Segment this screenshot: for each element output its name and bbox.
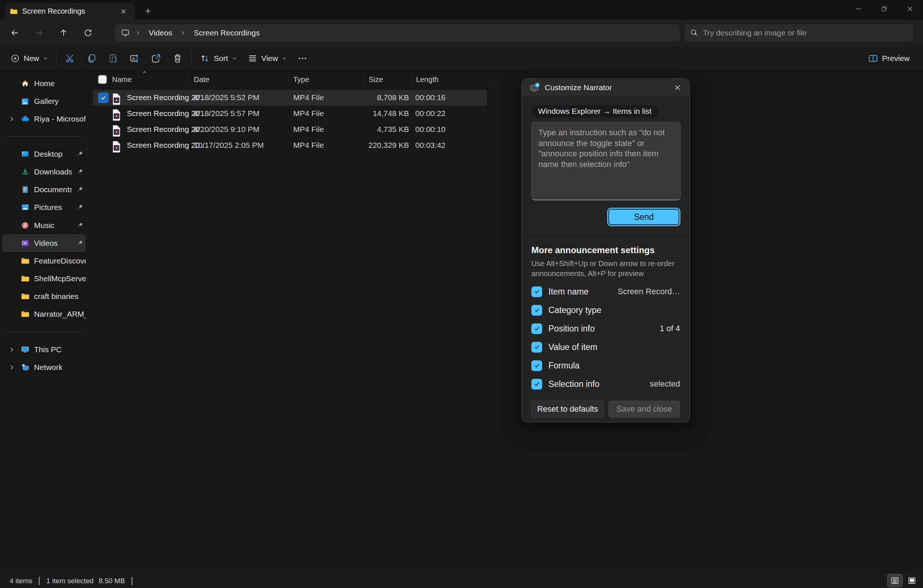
desktop-icon <box>19 150 31 159</box>
file-size: 4,735 KB <box>330 125 409 134</box>
setting-row-position-info[interactable]: Position info 1 of 4 <box>531 319 680 338</box>
file-row[interactable]: Screen Recording 20… 8/18/2025 5:52 PM M… <box>93 90 487 106</box>
refresh-icon[interactable] <box>79 23 98 43</box>
chevron-right-icon[interactable] <box>7 347 16 352</box>
large-icons-view-icon[interactable] <box>905 574 919 587</box>
file-length: 00:03:42 <box>415 141 446 150</box>
column-header-length[interactable]: Length <box>416 75 439 84</box>
setting-row-formula[interactable]: Formula <box>531 356 680 375</box>
sidebar-item-this-pc[interactable]: This PC <box>2 341 86 359</box>
mp4-file-icon <box>112 93 121 105</box>
search-input[interactable] <box>703 28 908 37</box>
chevron-right-icon[interactable] <box>7 116 16 122</box>
setting-row-item-name[interactable]: Item name Screen Record… <box>531 282 680 301</box>
search-box[interactable] <box>685 25 913 41</box>
delete-button[interactable] <box>167 49 188 68</box>
network-icon <box>19 363 31 372</box>
column-header-name[interactable]: Name <box>112 75 131 84</box>
instruction-input[interactable] <box>531 122 681 200</box>
cut-button[interactable] <box>59 49 81 68</box>
more-options-button[interactable] <box>292 49 313 68</box>
checkbox-checked[interactable] <box>531 323 542 334</box>
chevron-right-icon <box>181 30 186 36</box>
setting-row-category-type[interactable]: Category type <box>531 301 680 319</box>
sidebar-item-downloads[interactable]: Downloads <box>2 163 86 181</box>
checkbox-checked[interactable] <box>531 342 542 352</box>
preview-button[interactable]: Preview <box>863 49 915 68</box>
up-icon[interactable] <box>54 23 73 43</box>
setting-row-selection-info[interactable]: Selection info selected <box>531 375 680 393</box>
setting-value: selected <box>650 379 680 389</box>
dialog-close-icon[interactable] <box>670 80 685 95</box>
back-icon[interactable] <box>5 23 25 43</box>
file-date: 8/18/2025 5:57 PM <box>194 109 259 118</box>
breadcrumb-videos[interactable]: Videos <box>146 27 175 39</box>
paste-button[interactable] <box>102 49 124 68</box>
details-view-icon[interactable] <box>887 574 902 587</box>
checkbox-checked[interactable] <box>531 305 542 316</box>
sidebar-item-pictures[interactable]: Pictures <box>2 198 86 216</box>
new-tab-button[interactable] <box>141 5 154 18</box>
select-all-checkbox[interactable] <box>98 75 107 84</box>
sort-icon <box>200 53 210 64</box>
sidebar-item-gallery[interactable]: Gallery <box>2 92 86 110</box>
file-row[interactable]: Screen Recording 20… 10/17/2025 2:05 PM … <box>93 138 487 153</box>
row-checkbox-checked[interactable] <box>98 92 109 103</box>
folder-icon <box>10 7 18 16</box>
checkbox-checked[interactable] <box>531 360 542 371</box>
ellipsis-icon <box>297 53 308 64</box>
file-length: 00:00:16 <box>415 93 446 102</box>
copy-button[interactable] <box>81 49 102 68</box>
mp4-file-icon <box>112 141 121 152</box>
minimize-icon[interactable] <box>845 0 871 18</box>
chevron-right-icon[interactable] <box>7 364 16 370</box>
column-header-type[interactable]: Type <box>293 75 309 84</box>
sidebar-item-network[interactable]: Network <box>2 359 86 376</box>
view-button[interactable]: View <box>242 49 292 68</box>
sidebar-divider <box>6 332 82 332</box>
sidebar-item-videos[interactable]: Videos <box>2 234 86 252</box>
send-button[interactable]: Send <box>608 209 679 225</box>
sidebar-item-documents[interactable]: Documents <box>2 181 86 198</box>
forward-icon[interactable] <box>30 23 49 43</box>
breadcrumb-screen-recordings[interactable]: Screen Recordings <box>191 27 263 39</box>
sidebar-item-home[interactable]: Home <box>2 75 86 92</box>
checkbox-checked[interactable] <box>531 287 542 297</box>
sidebar-item-music[interactable]: Music <box>2 216 86 234</box>
sidebar-item-craft-binaries[interactable]: craft binaries <box>2 288 86 305</box>
tab-screen-recordings[interactable]: Screen Recordings <box>5 3 135 20</box>
close-icon[interactable] <box>897 0 923 18</box>
sidebar-item-featurediscoverability[interactable]: FeatureDiscoverabil <box>2 252 86 270</box>
tab-close-icon[interactable] <box>117 5 130 18</box>
chevron-down-icon <box>282 56 287 61</box>
restore-icon[interactable] <box>871 0 897 18</box>
checkbox-checked[interactable] <box>531 379 542 390</box>
address-bar[interactable]: Videos Screen Recordings <box>115 25 680 41</box>
file-row[interactable]: Screen Recording 20… 8/18/2025 5:57 PM M… <box>93 106 487 121</box>
new-button[interactable]: New <box>5 49 53 68</box>
copy-icon <box>86 53 97 64</box>
context-tag: Windows Explorer → Items in list <box>531 105 658 118</box>
preview-label: Preview <box>882 54 910 63</box>
sidebar-item-narrator-arm[interactable]: Narrator_ARM_2811 <box>2 305 86 323</box>
sidebar-item-shellmcpservers[interactable]: ShellMcpServers <box>2 270 86 288</box>
status-bar: 4 items 1 item selected 8.50 MB <box>0 573 923 588</box>
setting-row-value-of-item[interactable]: Value of item <box>531 338 680 356</box>
sidebar-item-desktop[interactable]: Desktop <box>2 145 86 163</box>
sort-button[interactable]: Sort <box>194 49 242 68</box>
save-and-close-button[interactable]: Save and close <box>608 401 680 418</box>
file-list: Name Date Type Size Length <box>88 71 923 573</box>
file-row[interactable]: Screen Recording 20… 8/20/2025 9:10 PM M… <box>93 121 487 138</box>
sidebar-item-onedrive[interactable]: Riya - Microsoft <box>2 110 86 128</box>
reset-to-defaults-button[interactable]: Reset to defaults <box>531 401 604 418</box>
chevron-down-icon <box>43 56 48 61</box>
section-title: More announcement settings <box>531 245 680 256</box>
sort-ascending-icon <box>141 69 148 75</box>
column-header-date[interactable]: Date <box>194 75 209 84</box>
folder-icon <box>19 292 31 301</box>
share-button[interactable] <box>145 49 167 68</box>
column-header-size[interactable]: Size <box>369 75 383 84</box>
rename-button[interactable]: A <box>124 49 145 68</box>
cut-icon <box>65 53 76 64</box>
setting-value: 1 of 4 <box>660 324 680 333</box>
